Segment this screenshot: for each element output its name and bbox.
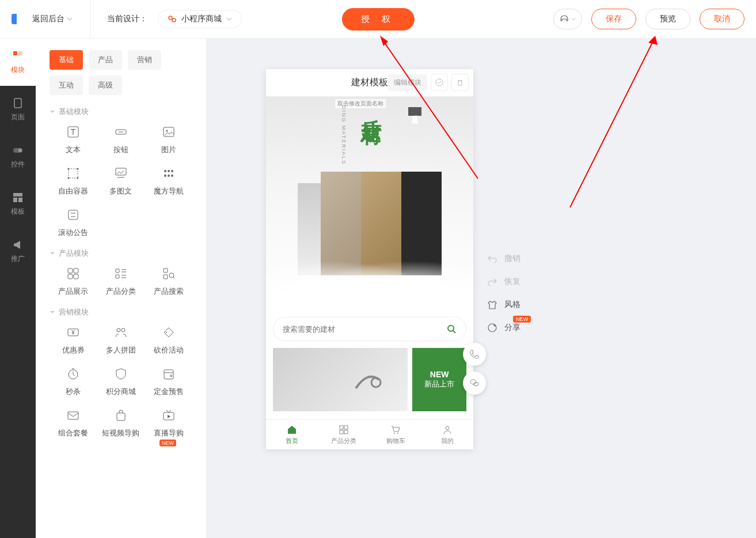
- shield-icon: [114, 367, 128, 381]
- svg-rect-29: [69, 210, 78, 219]
- module-tabs: 基础 产品 营销 互动 高级: [50, 50, 192, 95]
- svg-rect-4: [14, 98, 21, 108]
- section-title-product[interactable]: 产品模块: [50, 248, 192, 259]
- module-short-video[interactable]: 短视频导购: [97, 408, 145, 438]
- float-buttons: [463, 343, 486, 395]
- module-scroll-notice[interactable]: 滚动公告: [50, 208, 97, 238]
- share-button[interactable]: 分享NEW: [487, 323, 521, 333]
- module-product-search[interactable]: 产品搜索: [145, 267, 192, 297]
- module-flash-sale[interactable]: 秒杀: [50, 367, 97, 397]
- svg-point-17: [68, 168, 70, 170]
- back-button[interactable]: 返回后台: [32, 14, 73, 24]
- nav-item-promotion[interactable]: 推广: [0, 228, 36, 275]
- tabbar-cart[interactable]: 购物车: [370, 420, 421, 449]
- save-button[interactable]: 保存: [591, 9, 636, 29]
- share-icon: [487, 323, 497, 333]
- coupon-icon: ¥: [66, 325, 80, 339]
- module-points-mall[interactable]: 积分商城: [97, 367, 145, 397]
- cancel-button[interactable]: 取消: [700, 9, 744, 29]
- page-icon: [12, 97, 24, 109]
- promo-module[interactable]: NEW 新品上市: [266, 348, 473, 418]
- tab-interactive[interactable]: 互动: [50, 75, 83, 95]
- banner-module[interactable]: 双击修改页面名称 DING MATERIALS 质建材 专业服务 精良品质: [266, 97, 473, 310]
- check-circle-icon: [435, 78, 443, 86]
- page-title[interactable]: 建材模板: [351, 77, 388, 89]
- tv-icon: [162, 408, 176, 422]
- delete-icon-button[interactable]: [451, 74, 469, 91]
- design-label: 当前设计：: [107, 14, 147, 24]
- nav-label: 模块: [11, 65, 25, 75]
- tab-marketing[interactable]: 营销: [128, 50, 161, 70]
- trash-icon: [456, 78, 464, 86]
- svg-rect-55: [68, 412, 78, 419]
- flash-icon: [66, 367, 80, 381]
- module-magic-nav[interactable]: 魔方导航: [145, 166, 192, 196]
- module-combo[interactable]: 组合套餐: [50, 408, 97, 438]
- nav-item-pages[interactable]: 页面: [0, 86, 36, 133]
- promo-new-block: NEW 新品上市: [412, 348, 466, 411]
- nav-item-controls[interactable]: 控件: [0, 133, 36, 180]
- bag-icon: [114, 408, 128, 422]
- svg-rect-35: [74, 274, 78, 279]
- preview-button[interactable]: 预览: [645, 9, 690, 29]
- caret-down-icon: [50, 109, 55, 115]
- search-input[interactable]: [283, 325, 446, 334]
- tab-basic[interactable]: 基础: [50, 50, 83, 70]
- module-product-show[interactable]: 产品展示: [50, 267, 97, 297]
- phone-tabbar: 首页 产品分类 购物车 我的: [266, 419, 473, 449]
- image-icon: [162, 125, 176, 139]
- redo-button[interactable]: 恢复: [487, 276, 521, 287]
- chevron-down-icon: [226, 16, 232, 22]
- svg-rect-67: [344, 426, 348, 429]
- module-deposit[interactable]: ¥定金预售: [145, 367, 192, 397]
- wechat-float-button[interactable]: [463, 372, 486, 395]
- template-icon: [12, 192, 24, 203]
- section-title-marketing[interactable]: 营销模块: [50, 307, 192, 317]
- svg-point-28: [171, 175, 173, 177]
- phone-float-button[interactable]: [463, 343, 486, 366]
- svg-rect-56: [117, 413, 125, 420]
- module-coupon[interactable]: ¥优惠券: [50, 325, 97, 355]
- tab-product[interactable]: 产品: [89, 50, 122, 70]
- tabbar-mine[interactable]: 我的: [421, 420, 473, 449]
- nav-item-modules[interactable]: 模块: [0, 39, 36, 86]
- svg-rect-3: [18, 51, 22, 55]
- banner-sub-text: 专业服务 精良品质: [408, 107, 421, 116]
- auth-button[interactable]: 授 权: [341, 8, 414, 31]
- tabbar-home[interactable]: 首页: [266, 420, 318, 449]
- new-badge: NEW: [159, 440, 176, 446]
- door-handle-image: [350, 365, 385, 394]
- confirm-icon-button[interactable]: [431, 74, 448, 91]
- module-product-category[interactable]: 产品分类: [97, 267, 145, 297]
- modules-icon: [12, 50, 24, 62]
- svg-point-58: [436, 79, 443, 86]
- module-button[interactable]: 按钮: [97, 125, 145, 155]
- module-group-buy[interactable]: 多人拼团: [97, 325, 145, 355]
- svg-point-0: [169, 16, 172, 20]
- design-select[interactable]: 小程序商城: [158, 10, 242, 28]
- tabbar-category[interactable]: 产品分类: [318, 420, 370, 449]
- search-module[interactable]: [273, 317, 466, 341]
- style-button[interactable]: 风格: [487, 300, 521, 310]
- edit-module-button[interactable]: 编辑模块: [388, 74, 427, 91]
- module-live[interactable]: 直播导购: [145, 408, 192, 438]
- module-container[interactable]: 自由容器: [50, 166, 97, 196]
- tab-advanced[interactable]: 高级: [89, 75, 122, 95]
- undo-button[interactable]: 撤销: [487, 253, 521, 264]
- nav-item-templates[interactable]: 模板: [0, 180, 36, 228]
- svg-rect-42: [164, 268, 168, 272]
- module-text[interactable]: T文本: [50, 125, 97, 155]
- support-button[interactable]: [553, 9, 582, 29]
- svg-rect-21: [116, 168, 126, 175]
- svg-point-26: [164, 175, 166, 177]
- nav-label: 推广: [11, 254, 25, 264]
- section-title-basic[interactable]: 基础模块: [50, 107, 192, 117]
- module-bargain[interactable]: 砍价活动: [145, 325, 192, 355]
- phone-icon: [469, 349, 480, 359]
- svg-rect-16: [69, 169, 78, 178]
- calendar-icon: ¥: [162, 367, 176, 381]
- module-image[interactable]: 图片: [145, 125, 192, 155]
- svg-point-18: [77, 168, 79, 170]
- module-multi-image[interactable]: 多图文: [97, 166, 145, 196]
- svg-point-25: [171, 170, 173, 172]
